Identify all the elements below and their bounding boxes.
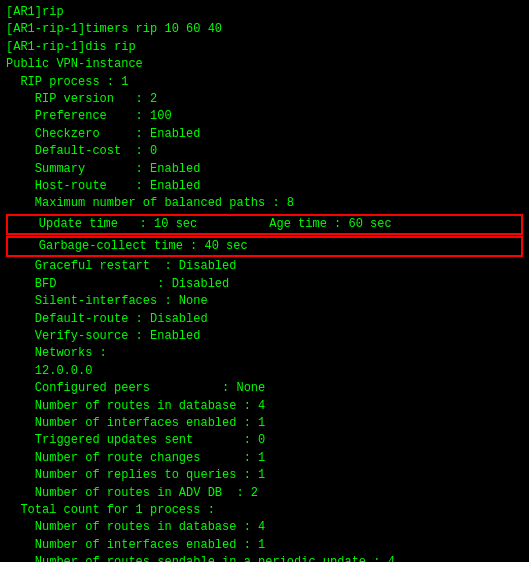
terminal-line-l5: RIP process : 1 <box>6 74 523 91</box>
terminal-line-l21: 12.0.0.0 <box>6 363 523 380</box>
terminal-line-l10: Summary : Enabled <box>6 161 523 178</box>
terminal-line-l2: [AR1-rip-1]timers rip 10 60 40 <box>6 21 523 38</box>
terminal-line-l11: Host-route : Enabled <box>6 178 523 195</box>
terminal-line-l3: [AR1-rip-1]dis rip <box>6 39 523 56</box>
terminal-line-l26: Number of route changes : 1 <box>6 450 523 467</box>
terminal-line-l8: Checkzero : Enabled <box>6 126 523 143</box>
terminal-line-l6: RIP version : 2 <box>6 91 523 108</box>
terminal-line-l24: Number of interfaces enabled : 1 <box>6 415 523 432</box>
terminal-line-l4: Public VPN-instance <box>6 56 523 73</box>
terminal-line-l27: Number of replies to queries : 1 <box>6 467 523 484</box>
terminal-line-l23: Number of routes in database : 4 <box>6 398 523 415</box>
terminal-line-l25: Triggered updates sent : 0 <box>6 432 523 449</box>
terminal-line-l16: BFD : Disabled <box>6 276 523 293</box>
terminal-line-l7: Preference : 100 <box>6 108 523 125</box>
terminal-line-l15: Graceful restart : Disabled <box>6 258 523 275</box>
terminal-line-l18: Default-route : Disabled <box>6 311 523 328</box>
terminal-window: [AR1]rip[AR1-rip-1]timers rip 10 60 40[A… <box>0 0 529 562</box>
terminal-line-l19: Verify-source : Enabled <box>6 328 523 345</box>
terminal-line-l9: Default-cost : 0 <box>6 143 523 160</box>
terminal-line-l20: Networks : <box>6 345 523 362</box>
terminal-line-l28: Number of routes in ADV DB : 2 <box>6 485 523 502</box>
terminal-line-l1: [AR1]rip <box>6 4 523 21</box>
terminal-line-l33: Number of routes sendable in a periodic … <box>6 554 523 562</box>
terminal-line-l13: Update time : 10 sec Age time : 60 sec <box>6 214 523 235</box>
terminal-line-l17: Silent-interfaces : None <box>6 293 523 310</box>
terminal-line-l22: Configured peers : None <box>6 380 523 397</box>
terminal-line-l14: Garbage-collect time : 40 sec <box>6 236 523 257</box>
terminal-line-l31: Number of routes in database : 4 <box>6 519 523 536</box>
terminal-line-l30: Total count for 1 process : <box>6 502 523 519</box>
terminal-line-l12: Maximum number of balanced paths : 8 <box>6 195 523 212</box>
terminal-line-l32: Number of interfaces enabled : 1 <box>6 537 523 554</box>
